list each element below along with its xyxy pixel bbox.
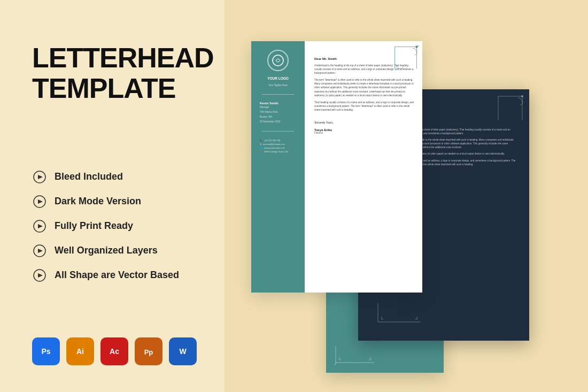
- email-row: ✉ yourmail@domain.com: [260, 143, 296, 145]
- logo-tagline: Your Tagline Here: [268, 84, 288, 87]
- right-panel: YOUR LOGO Your Tagline Here Kevin Smith …: [225, 0, 588, 392]
- feature-layers: Well Organized Layers: [32, 243, 198, 258]
- acrobat-icon: Ac: [100, 337, 128, 365]
- vector-icon: [32, 268, 47, 283]
- darkmode-icon: [32, 194, 47, 209]
- dark-bottom-ornament: [375, 301, 423, 325]
- letter-body2: The term "letterhead" is often used to r…: [314, 78, 415, 97]
- print-icon: [32, 219, 47, 234]
- left-panel: LETTERHEAD TEMPLATE Bleed Included: [0, 0, 225, 392]
- phone-row: 📞 +00 123 456 789: [260, 139, 296, 142]
- title-line1: LETTERHEAD: [32, 42, 214, 73]
- illustrator-icon: Ai: [66, 337, 94, 365]
- title-line2: TEMPLATE: [32, 73, 175, 104]
- address-line1: 794 Athena Park,: [260, 111, 296, 114]
- teal-sidebar: YOUR LOGO Your Tagline Here Kevin Smith …: [251, 41, 305, 293]
- svg-point-18: [416, 45, 418, 48]
- layers-icon: [32, 243, 47, 258]
- word-icon: W: [169, 337, 197, 365]
- page-title: LETTERHEAD TEMPLATE: [32, 43, 198, 104]
- feature-layers-label: Well Organized Layers: [55, 245, 158, 256]
- logo-text: YOUR LOGO: [267, 76, 289, 81]
- svg-point-8: [38, 225, 41, 227]
- address-short: 2466 Coolidge Street, SC: [264, 150, 288, 153]
- phone: +00 123 456 789: [264, 139, 280, 142]
- address-line2: Boston, MA: [260, 116, 296, 119]
- person-name: Kevin Smith: [260, 102, 296, 105]
- contact-info: Kevin Smith Manager 794 Athena Park, Bos…: [257, 102, 299, 124]
- feature-print-label: Fully Print Ready: [55, 220, 133, 232]
- bleed-icon: [32, 170, 47, 185]
- svg-point-14: [38, 274, 41, 276]
- software-icons: Ps Ai Ac Pp W: [32, 337, 198, 371]
- page-light: YOUR LOGO Your Tagline Here Kevin Smith …: [251, 41, 422, 293]
- svg-point-2: [38, 176, 41, 178]
- powerpoint-icon: Pp: [135, 337, 163, 365]
- feature-print: Fully Print Ready: [32, 219, 198, 234]
- website-row: 🌐 www.yourdomain.com: [260, 147, 296, 149]
- svg-text:Pp: Pp: [144, 348, 153, 356]
- person-title: Manager: [260, 106, 296, 110]
- feature-darkmode-label: Dark Mode Version: [55, 196, 141, 207]
- pages-container: YOUR LOGO Your Tagline Here Kevin Smith …: [251, 30, 561, 362]
- divider1: [262, 94, 294, 95]
- date: 25 November 2020: [260, 120, 296, 124]
- photoshop-icon: Ps: [32, 337, 60, 365]
- bottom-left-ornament: [256, 264, 304, 288]
- feature-vector-label: All Shape are Vector Based: [55, 270, 179, 281]
- divider2: [262, 131, 294, 132]
- svg-point-11: [38, 250, 41, 252]
- email: yourmail@domain.com: [263, 143, 285, 145]
- sign-role: Finance: [314, 132, 415, 134]
- corner-ornament-tr: [392, 44, 419, 71]
- feature-vector: All Shape are Vector Based: [32, 268, 198, 283]
- svg-point-17: [273, 55, 283, 66]
- svg-point-5: [38, 201, 41, 203]
- letter-body3: That heading usually consists of a name …: [314, 101, 415, 112]
- title-section: LETTERHEAD TEMPLATE: [32, 43, 198, 104]
- address-row: 📍 2466 Coolidge Street, SC: [260, 150, 296, 153]
- feature-darkmode: Dark Mode Version: [32, 194, 198, 209]
- letter-closing: Sincerely Yours,: [314, 121, 415, 124]
- page-content: Dear Mr. Smith A letterhead is the headi…: [309, 41, 422, 293]
- teal-bottom-ornament: [334, 344, 376, 365]
- logo-circle: [267, 50, 289, 71]
- website: www.yourdomain.com: [264, 147, 285, 149]
- feature-bleed-label: Bleed Included: [55, 171, 123, 182]
- contact-methods: 📞 +00 123 456 789 ✉ yourmail@domain.com …: [257, 139, 299, 153]
- features-list: Bleed Included Dark Mode Version Fully: [32, 170, 198, 283]
- feature-bleed: Bleed Included: [32, 170, 198, 185]
